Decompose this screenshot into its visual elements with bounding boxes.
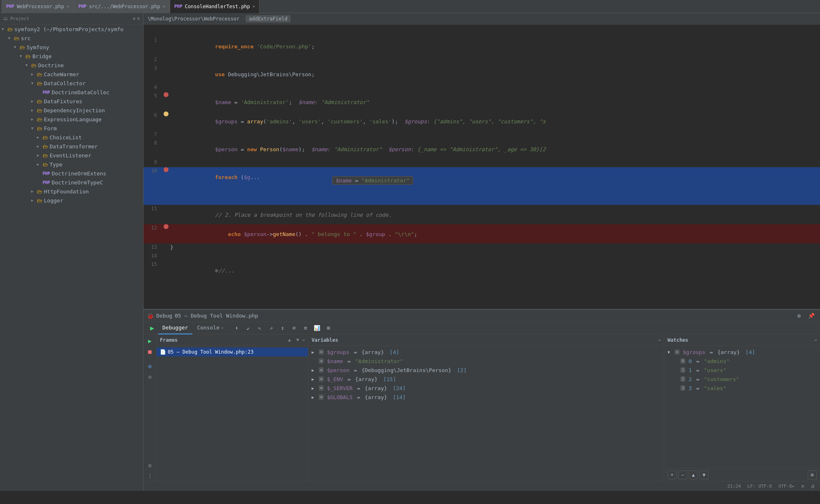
tree-explang[interactable]: ▶ 🗁 ExpressionLanguage <box>0 115 143 124</box>
run-to-cursor-btn[interactable]: ↗ <box>266 324 276 333</box>
stop-btn[interactable]: ■ <box>145 347 155 356</box>
copy-icon[interactable]: ⊞ <box>808 470 817 479</box>
tree-symfony[interactable]: ▼ 🗁 Symfony <box>0 43 143 52</box>
remove-watch-btn[interactable]: − <box>678 470 687 479</box>
watch-expand-groups[interactable]: ▼ <box>667 350 673 354</box>
more-btn[interactable]: ⋮ <box>145 471 155 481</box>
breadcrumb-method: addExtraField <box>246 15 291 23</box>
tree-doctrineormtypec[interactable]: PHP DoctrineOrmTypeC <box>0 178 143 187</box>
watch-down-btn[interactable]: ▼ <box>699 470 708 479</box>
code-line-11: 11 // 2. Place a breakpoint on the follo… <box>144 205 820 224</box>
tree-logger[interactable]: ▶ 🗁 Logger <box>0 196 143 205</box>
code-container[interactable]: 1 require_once 'Code/Person.php'; 2 <box>144 25 820 309</box>
breakpoint-5[interactable] <box>164 92 169 97</box>
step-out-btn[interactable]: ↖ <box>254 324 265 333</box>
expand-icon-server[interactable]: ▶ <box>312 386 317 390</box>
mute-all-btn[interactable]: ⊘ <box>145 372 155 382</box>
step-over-btn[interactable]: ⬇ <box>231 324 242 333</box>
warning-6 <box>164 111 169 116</box>
watch-groups-2[interactable]: 2 2 = "customers" <box>664 375 820 384</box>
var-person[interactable]: ▶ ≡ $person = {Debugging\JetBrains\Perso… <box>308 366 664 375</box>
expand-icon-globals[interactable]: ▶ <box>312 395 317 400</box>
var-env[interactable]: ▶ ≡ $_ENV = {array} [15] <box>308 375 664 384</box>
watches-controls: + − ▲ ▼ ⊞ <box>664 468 820 481</box>
watch-groups-1[interactable]: 1 1 = "users" <box>664 366 820 375</box>
step-into-btn[interactable]: ↙ <box>243 324 253 333</box>
expand-icon-person[interactable]: ▶ <box>312 368 317 372</box>
watch-up-btn[interactable]: ▲ <box>689 470 698 479</box>
tree-httpfoundation-label: HttpFoundation <box>44 188 89 195</box>
tab-close-3[interactable]: ✕ <box>253 4 255 9</box>
tab-debugger[interactable]: Debugger <box>158 322 192 334</box>
var-env-val: $_ENV = {array} [15] <box>327 376 396 382</box>
mute-breakpoints-btn[interactable]: ⊘ <box>289 324 299 333</box>
tree-form[interactable]: ▼ 🗁 Form <box>0 124 143 133</box>
php-icon3: PHP <box>174 4 182 9</box>
run-btn[interactable]: ▶ <box>145 336 155 346</box>
tree-bridge[interactable]: ▼ 🗁 Bridge <box>0 52 143 61</box>
var-server[interactable]: ▶ ≡ $_SERVER = {array} [24] <box>308 384 664 393</box>
debug-resume-btn[interactable]: ▶ <box>147 324 157 333</box>
code-line-1: 1 require_once 'Code/Person.php'; <box>144 36 820 56</box>
tab-console[interactable]: Console ⇝ <box>193 322 228 334</box>
tree-doctrine-label: Doctrine <box>38 62 64 68</box>
tree-httpfoundation[interactable]: ▶ 🗁 HttpFoundation <box>0 187 143 196</box>
tree-datatransformer[interactable]: ▶ 🗁 DataTransformer <box>0 142 143 151</box>
tree-doctrine[interactable]: ▼ 🗁 Doctrine <box>0 61 143 70</box>
tree-bridge-label: Bridge <box>32 53 52 59</box>
watch-groups[interactable]: ▼ ≡ $groups = {array} [4] <box>664 347 820 356</box>
debug-pin-icon[interactable]: 📌 <box>806 311 817 320</box>
tree-doctrinedatacollec-label: DoctrineDataCollec <box>52 89 109 95</box>
expand-icon-groups[interactable]: ▶ <box>312 350 317 354</box>
status-print-icon[interactable]: 🖨 <box>811 484 815 489</box>
tree-eventlistener[interactable]: ▶ 🗁 EventListener <box>0 151 143 160</box>
layout-btn[interactable]: ⊞ <box>323 324 334 333</box>
frame-down-btn[interactable]: ▼ <box>294 336 301 344</box>
variables-list: ▶ ≡ $groups = {array} [4] ≡ $name = "Adm… <box>308 346 664 481</box>
evaluate-btn[interactable]: ↕ <box>277 324 288 333</box>
var-groups[interactable]: ▶ ≡ $groups = {array} [4] <box>308 347 664 356</box>
tree-src[interactable]: ▼ 🗁 src <box>0 34 143 43</box>
variables-expand[interactable]: → <box>658 338 661 342</box>
tree-cachewarmer[interactable]: ▶ 🗁 CacheWarmer <box>0 70 143 79</box>
var-globals[interactable]: ▶ ≡ $GLOBALS = {array} [14] <box>308 393 664 402</box>
watch-groups-0[interactable]: 0 0 = "admins" <box>664 356 820 366</box>
tab-consolehandlertest[interactable]: PHP ConsoleHandlerTest.php ✕ <box>170 0 260 13</box>
tab-close-1[interactable]: ✕ <box>66 4 69 9</box>
tab-webprocessor-src[interactable]: PHP src/.../WebProcessor.php ✕ <box>74 0 170 13</box>
watch-groups-3[interactable]: 3 3 = "sales" <box>664 384 820 393</box>
watches-expand[interactable]: → <box>814 338 817 342</box>
expand-icon-env[interactable]: ▶ <box>312 377 317 381</box>
tree-datacollector[interactable]: ▼ 🗁 DataCollector <box>0 79 143 88</box>
tree-datafixtures[interactable]: ▶ 🗁 DataFixtures <box>0 97 143 106</box>
breakpoint-12[interactable] <box>164 224 169 229</box>
var-name[interactable]: ≡ $name = "Administrator" <box>308 356 664 366</box>
sidebar-settings-icon[interactable]: ≡ <box>137 16 140 21</box>
debug-settings-icon[interactable]: ⚙ <box>794 311 804 320</box>
frames-expand[interactable]: → <box>302 338 305 342</box>
frames-btn[interactable]: ≡ <box>300 324 311 333</box>
code-line-5: 5 $name = 'Administrator'; $name: "Admin… <box>144 92 820 111</box>
add-watch-btn[interactable]: + <box>667 470 676 479</box>
frame-item-active[interactable]: 📄 05 – Debug Tool Window.php:23 <box>157 347 308 356</box>
tab-webprocessor[interactable]: PHP WebProcessor.php ✕ <box>2 0 74 13</box>
tree-choicelist[interactable]: ▶ 🗁 ChoiceList <box>0 133 143 142</box>
watch-groups-val: $groups = {array} [4] <box>683 349 755 355</box>
tree-root[interactable]: ▼ 🗁 symfony2 (~/PhpstormProjects/symfo <box>0 25 143 34</box>
settings-view-btn[interactable]: 📊 <box>312 324 322 333</box>
breakpoint-10[interactable] <box>164 167 169 172</box>
status-settings-icon[interactable]: ⚙ <box>801 484 804 489</box>
tree-doctrinedatacollec[interactable]: PHP DoctrineDataCollec <box>0 88 143 97</box>
tree-doctrineormextens[interactable]: PHP DoctrineOrmExtens <box>0 169 143 178</box>
list-icon[interactable]: ≡ <box>145 461 155 470</box>
frame-up-btn[interactable]: ▲ <box>286 336 293 344</box>
sidebar-collapse-icon[interactable]: ⚙ <box>133 16 136 21</box>
tab-close-2[interactable]: ✕ <box>162 4 165 9</box>
watches-list: ▼ ≡ $groups = {array} [4] 0 0 = "admins" <box>664 346 820 468</box>
view-breakpoints-btn[interactable]: ⊙ <box>145 361 155 371</box>
code-line-14: 14 <box>144 252 820 261</box>
tree-src-label: src <box>21 35 30 41</box>
tree-type[interactable]: ▶ 🗁 Type <box>0 160 143 169</box>
tree-depinjection[interactable]: ▶ 🗁 DependencyInjection <box>0 106 143 115</box>
debug-session-label: 05 – Debug Tool Window.php <box>175 313 258 319</box>
